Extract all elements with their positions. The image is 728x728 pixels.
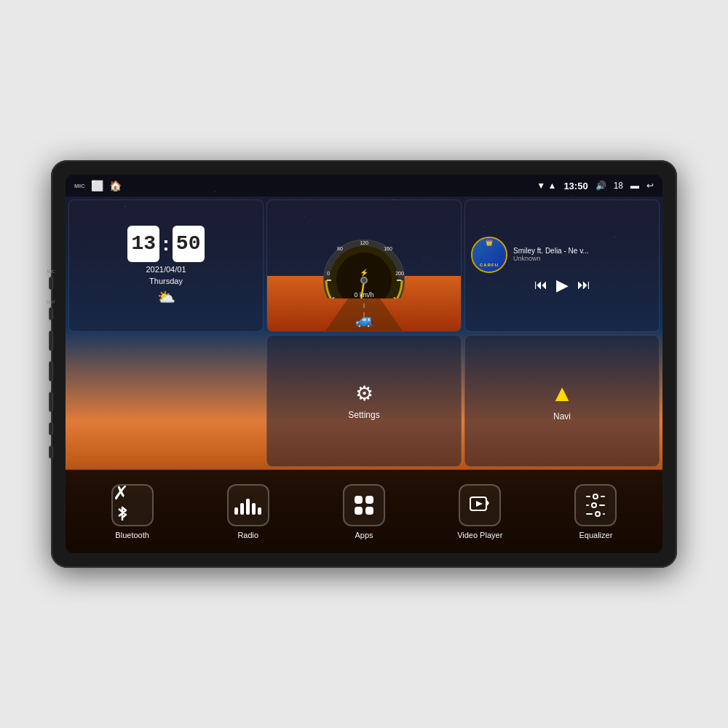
equalizer-label: Equalizer: [579, 531, 612, 539]
wifi-icon: ▼ ▲: [537, 181, 556, 191]
home-screen: MIC ⬜ 🏠 ▼ ▲ 13:50 🔊 18 ▬ ↩: [66, 175, 662, 553]
speedometer-gauge: 0 80 120 160 200: [317, 233, 411, 298]
volume-level: 18: [614, 181, 623, 191]
home-side-button[interactable]: [49, 361, 53, 381]
status-bar: MIC ⬜ 🏠 ▼ ▲ 13:50 🔊 18 ▬ ↩: [66, 175, 662, 197]
apps-button[interactable]: Apps: [306, 484, 422, 539]
bluetooth-button[interactable]: ✗ Bluetooth: [74, 484, 190, 539]
music-info: Smiley ft. Delia - Ne v... Unknown: [513, 247, 653, 262]
radio-button[interactable]: Radio: [190, 484, 306, 539]
apps-label: Apps: [355, 531, 373, 539]
clock-date: 2021/04/01: [146, 265, 186, 274]
carfu-logo: 👑 CARFU: [472, 238, 506, 272]
mic-status-label: MIC: [74, 183, 85, 189]
clock-display: 13 : 50: [127, 226, 204, 262]
status-left: MIC ⬜ 🏠: [74, 180, 122, 191]
navi-widget[interactable]: ▲ Navi: [464, 335, 660, 467]
clock-day: Thursday: [149, 277, 183, 285]
radio-label: Radio: [237, 531, 258, 539]
rst-button[interactable]: [49, 307, 53, 320]
mic-button[interactable]: [49, 277, 53, 290]
speedometer-widget[interactable]: 🚙: [266, 199, 462, 332]
mic-label: MIC: [47, 269, 55, 274]
screen: MIC ⬜ 🏠 ▼ ▲ 13:50 🔊 18 ▬ ↩: [66, 175, 662, 553]
settings-icon: ⚙: [355, 381, 373, 405]
album-art: 👑 CARFU: [471, 237, 507, 273]
svg-point-19: [362, 278, 366, 282]
status-right: ▼ ▲ 13:50 🔊 18 ▬ ↩: [537, 181, 654, 191]
rst-label: RST: [47, 300, 55, 304]
music-title: Smiley ft. Delia - Ne v...: [513, 247, 653, 255]
status-time: 13:50: [563, 181, 587, 191]
svg-marker-23: [487, 500, 489, 506]
video-button[interactable]: Video Player: [422, 484, 538, 539]
navi-icon: ▲: [550, 380, 574, 407]
weather-icon: ⛅: [157, 288, 175, 306]
play-button[interactable]: ▶: [556, 276, 569, 295]
clock-hour: 13: [127, 226, 159, 262]
bluetooth-label: Bluetooth: [115, 531, 149, 539]
equalizer-icon: [586, 494, 605, 517]
car-icon: 🚙: [355, 311, 373, 328]
clock-widget[interactable]: 13 : 50 2021/04/01 Thursday ⛅: [68, 199, 264, 332]
svg-text:120: 120: [360, 240, 368, 245]
svg-text:⚡: ⚡: [360, 268, 369, 277]
svg-text:200: 200: [395, 271, 404, 276]
apps-icon: [355, 496, 373, 515]
radio-icon: [234, 496, 261, 515]
speed-value: 0 km/h: [354, 291, 373, 298]
clock-colon: :: [162, 226, 169, 262]
prev-button[interactable]: ⏮: [534, 277, 547, 293]
car-head-unit: MIC RST MIC ⬜ 🏠 ▼ ▲ 13:50 🔊 18: [51, 160, 677, 568]
bluetooth-icon-wrap: ✗: [111, 484, 154, 526]
equalizer-button[interactable]: Equalizer: [538, 484, 654, 539]
weather-row: ⛅: [157, 288, 175, 306]
bottom-bar: ✗ Bluetooth: [66, 470, 662, 553]
bluetooth-icon: ✗: [113, 482, 152, 529]
side-buttons: MIC RST: [47, 269, 55, 459]
battery-icon: ▬: [630, 181, 639, 191]
settings-label: Settings: [348, 410, 379, 420]
crown-icon: 👑: [486, 240, 494, 246]
svg-text:80: 80: [337, 246, 343, 251]
svg-text:0: 0: [327, 271, 330, 276]
main-grid: 13 : 50 2021/04/01 Thursday ⛅: [66, 197, 662, 470]
music-artist: Unknown: [513, 255, 653, 262]
music-top: 👑 CARFU Smiley ft. Delia - Ne v... Unkno…: [471, 237, 653, 273]
video-icon: [470, 496, 490, 515]
volume-icon: 🔊: [596, 181, 606, 191]
next-button[interactable]: ⏭: [577, 277, 590, 293]
svg-text:160: 160: [384, 246, 392, 251]
radio-icon-wrap: [227, 484, 269, 526]
recent-apps-icon[interactable]: ⬜: [91, 180, 103, 191]
carfu-text: CARFU: [480, 263, 499, 267]
equalizer-icon-wrap: [574, 484, 617, 526]
power-button[interactable]: [49, 331, 53, 351]
back-icon[interactable]: ↩: [646, 181, 654, 191]
road-widget: [68, 335, 264, 467]
music-widget[interactable]: 👑 CARFU Smiley ft. Delia - Ne v... Unkno…: [464, 199, 660, 332]
back-side-button[interactable]: [49, 392, 53, 412]
apps-icon-wrap: [343, 484, 385, 526]
video-icon-wrap: [459, 484, 501, 526]
navi-label: Navi: [553, 411, 571, 422]
vol-up-button[interactable]: [49, 422, 53, 435]
settings-widget[interactable]: ⚙ Settings: [266, 335, 462, 467]
vol-down-button[interactable]: [49, 446, 53, 459]
clock-minute: 50: [173, 226, 205, 262]
home-icon[interactable]: 🏠: [109, 180, 122, 191]
svg-marker-24: [476, 501, 483, 507]
music-controls: ⏮ ▶ ⏭: [471, 276, 653, 295]
video-label: Video Player: [457, 531, 502, 539]
